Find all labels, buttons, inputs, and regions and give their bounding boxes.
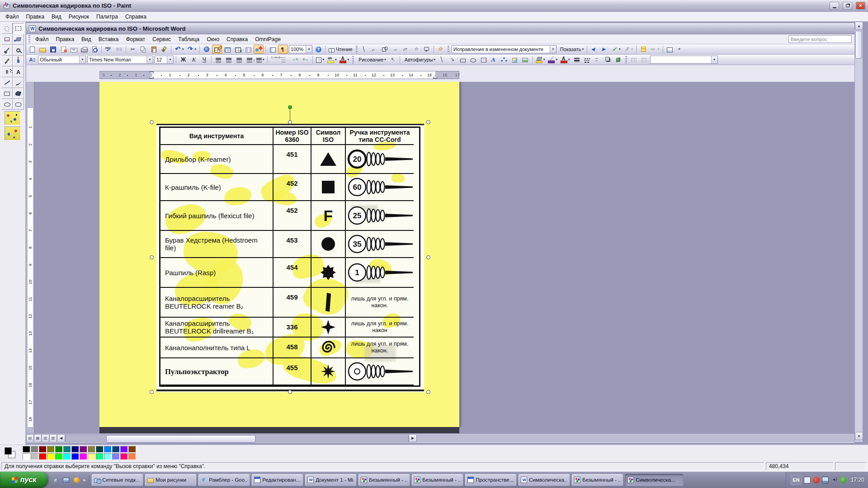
insert-picture-button[interactable] <box>520 55 530 64</box>
font-color-drawing-button[interactable]: ▾ <box>559 55 571 64</box>
taskbar-task-3[interactable]: Редактирован... <box>251 474 303 486</box>
paint-menu-файл[interactable]: Файл <box>2 13 23 21</box>
taskbar-task-1[interactable]: Мои рисунки <box>145 474 197 486</box>
document-page[interactable]: Вид инструментаНомер ISO 6360Символ ISOР… <box>99 82 459 427</box>
paint-tool-select[interactable] <box>13 23 24 34</box>
palette-swatch-25[interactable] <box>112 453 120 460</box>
paint-tool-pick-color[interactable] <box>1 45 13 56</box>
decrease-indent-button[interactable] <box>290 55 300 64</box>
selection-handle-top-center[interactable] <box>288 120 292 124</box>
restore-button[interactable] <box>843 2 852 9</box>
rotation-handle[interactable] <box>288 105 292 109</box>
print-button[interactable] <box>79 45 89 54</box>
palette-swatch-27[interactable] <box>128 453 136 460</box>
font-combo[interactable]: Times New Roman▾ <box>87 56 153 64</box>
horizontal-scroll-thumb[interactable] <box>106 435 255 443</box>
paint-tool-curve[interactable] <box>13 77 24 88</box>
paint-tool-brush[interactable] <box>13 56 24 66</box>
scroll-right-button[interactable]: ▶ <box>409 434 417 442</box>
bullet-list-button[interactable] <box>280 55 290 64</box>
shadow-button[interactable] <box>603 55 613 64</box>
language-indicator[interactable]: EN <box>791 475 802 485</box>
show-menu-button[interactable]: Показать▾ <box>557 45 585 54</box>
taskbar-task-2[interactable]: Рамблер - Goo... <box>198 474 250 486</box>
taskbar-task-5[interactable]: Безымянный - ... <box>358 474 410 486</box>
paint-tool-ellipse[interactable] <box>1 99 13 110</box>
media-player-icon[interactable] <box>72 476 80 484</box>
paint-vertical-scrollbar[interactable]: ▲ ▼ <box>854 22 863 442</box>
diagram-button[interactable] <box>500 55 509 64</box>
palette-swatch-26[interactable] <box>120 453 128 460</box>
save-button[interactable] <box>48 45 58 54</box>
spelling-button[interactable] <box>104 45 113 54</box>
highlight-ab-button[interactable]: ▾ <box>649 45 661 54</box>
toolbar-grip[interactable] <box>448 46 449 53</box>
palette-swatch-4[interactable] <box>55 446 63 453</box>
palette-swatch-3[interactable] <box>47 446 55 453</box>
drawing-menu-button[interactable]: Рисование▾ <box>356 55 387 64</box>
empty-combo[interactable]: ▾ <box>650 56 718 64</box>
chevron-down-icon[interactable]: ▾ <box>79 56 85 63</box>
hyperlink-button[interactable] <box>202 45 212 54</box>
palette-swatch-24[interactable] <box>104 453 112 460</box>
minimize-button[interactable] <box>830 2 839 9</box>
wordart-button[interactable] <box>489 55 499 64</box>
prev-change-button[interactable] <box>589 45 599 54</box>
palette-swatch-21[interactable] <box>80 453 87 460</box>
toolbar-grip[interactable] <box>356 46 358 53</box>
paint-menu-вид[interactable]: Вид <box>48 13 65 21</box>
selection-handle-middle-left[interactable] <box>150 255 154 259</box>
rectangle-button[interactable] <box>458 55 468 64</box>
paint-menu-рисунок[interactable]: Рисунок <box>65 13 93 21</box>
palette-swatch-1[interactable] <box>31 446 38 453</box>
increase-indent-button[interactable] <box>301 55 311 64</box>
mail-button[interactable] <box>69 45 79 54</box>
line-style-button[interactable] <box>572 55 582 64</box>
paint-tool-polygon[interactable] <box>13 88 24 99</box>
palette-swatch-23[interactable] <box>96 453 104 460</box>
insert-table-gray-button[interactable] <box>629 55 639 64</box>
autoshape-arrows-button[interactable] <box>391 45 401 54</box>
format-painter-button[interactable] <box>159 45 169 54</box>
reviewing-pane-button[interactable] <box>665 45 675 54</box>
taskbar-task-9[interactable]: Безымянный - ... <box>571 474 623 486</box>
word-menu-справка[interactable]: Справка <box>223 35 251 43</box>
tool-options-box-1[interactable] <box>5 111 21 125</box>
selection-handle-top-right[interactable] <box>426 120 430 124</box>
tray-doc-icon[interactable] <box>804 477 811 483</box>
autoshape-lines-button[interactable] <box>359 45 369 54</box>
tray-green-icon[interactable] <box>840 477 847 483</box>
selection-handle-bottom-center[interactable] <box>288 390 292 394</box>
clip-art-button[interactable] <box>510 55 520 64</box>
quicklaunch-overflow-chevron[interactable]: » <box>83 477 85 483</box>
autoshape-connectors-button[interactable] <box>370 45 380 54</box>
align-left-button[interactable] <box>213 55 223 64</box>
normal-view-button[interactable]: ▤ <box>26 434 34 442</box>
arrow-button[interactable] <box>448 55 458 64</box>
start-button[interactable]: пуск <box>0 472 48 488</box>
chevron-down-icon[interactable]: ▾ <box>167 56 173 63</box>
tables-borders-button[interactable] <box>212 45 222 54</box>
paint-tool-pencil[interactable] <box>1 56 13 66</box>
menubar-grip[interactable] <box>28 35 30 43</box>
styles-button[interactable] <box>27 55 37 64</box>
scroll-left-button[interactable]: ◀ <box>57 434 65 442</box>
word-menu-вид[interactable]: Вид <box>78 35 95 43</box>
paint-tool-line[interactable] <box>1 77 13 88</box>
help-button[interactable] <box>313 45 323 54</box>
browser-quicklaunch-icon[interactable]: e <box>52 476 60 484</box>
palette-swatch-22[interactable] <box>88 453 95 460</box>
paint-menu-палитра[interactable]: Палитра <box>93 13 122 21</box>
undo-button[interactable]: ▾ <box>173 45 185 54</box>
chevron-down-icon[interactable]: ▾ <box>146 56 153 63</box>
style-combo[interactable]: Обычный▾ <box>38 56 86 64</box>
word-menu-omnipage[interactable]: OmniPage <box>251 35 284 43</box>
palette-swatch-14[interactable] <box>23 453 30 460</box>
line-spacing-button[interactable]: ▾ <box>255 55 266 64</box>
taskbar-task-8[interactable]: Символическа... <box>518 474 570 486</box>
word-menu-правка[interactable]: Правка <box>52 35 78 43</box>
print-layout-view-button[interactable]: ▥ <box>42 434 49 442</box>
palette-swatch-19[interactable] <box>63 453 71 460</box>
palette-swatch-18[interactable] <box>55 453 63 460</box>
paint-tool-eraser[interactable] <box>1 34 13 45</box>
